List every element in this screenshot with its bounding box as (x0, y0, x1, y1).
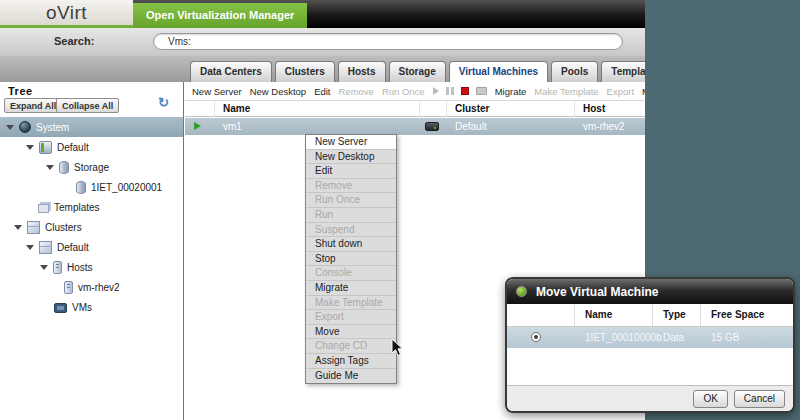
menu-item-change-cd[interactable]: Change CD (306, 339, 396, 354)
cluster-icon (39, 241, 52, 254)
menu-item-run-once[interactable]: Run Once (306, 193, 396, 208)
menu-item-suspend[interactable]: Suspend (306, 223, 396, 238)
radio-selected-icon[interactable] (531, 332, 541, 342)
tree-item-hosts[interactable]: Hosts (0, 257, 183, 277)
vm-host-cell: vm-rhev2 (575, 118, 625, 135)
clusters-icon (27, 221, 40, 234)
edit-button[interactable]: Edit (314, 86, 330, 97)
tree-item-default-dc[interactable]: Default (0, 137, 183, 157)
tree-item-host-vm-rhev2[interactable]: vm-rhev2 (0, 277, 183, 297)
tree-panel: Tree Expand All Collapse All ↻ System De… (0, 82, 184, 420)
menu-item-console[interactable]: Console (306, 266, 396, 281)
expander-icon[interactable] (40, 265, 48, 270)
menu-item-export[interactable]: Export (306, 310, 396, 325)
menu-item-remove[interactable]: Remove (306, 179, 396, 194)
tab-hosts[interactable]: Hosts (338, 61, 386, 82)
ovirt-logo: oVirt (0, 0, 133, 25)
migrate-button[interactable]: Migrate (495, 86, 527, 97)
menu-item-move[interactable]: Move (306, 325, 396, 340)
tree-panel-title: Tree (8, 85, 33, 97)
tree-item-templates[interactable]: Templates (0, 197, 183, 217)
toolbar-icon-group (433, 87, 487, 95)
expander-icon[interactable] (26, 245, 34, 250)
host-column-header[interactable]: Host (575, 101, 645, 117)
tree-item-vms[interactable]: VMs (0, 297, 183, 317)
move-button[interactable]: Move (642, 86, 645, 97)
make-template-button[interactable]: Make Template (534, 86, 598, 97)
search-input[interactable] (153, 33, 623, 50)
dialog-type-column-header: Type (653, 304, 701, 326)
dialog-footer: OK Cancel (507, 385, 793, 411)
cluster-column-header[interactable]: Cluster (447, 101, 575, 117)
menu-item-guide-me[interactable]: Guide Me (306, 369, 396, 384)
tab-templates[interactable]: Templates (601, 61, 645, 82)
system-icon (19, 121, 31, 133)
export-button[interactable]: Export (607, 86, 634, 97)
name-column-header[interactable]: Name (215, 101, 420, 117)
console-column-header (420, 101, 447, 117)
vm-table-row-vm1[interactable]: vm1 Default vm-rhev2 (185, 118, 645, 135)
menu-item-shut-down[interactable]: Shut down (306, 237, 396, 252)
hosts-icon (53, 261, 62, 274)
tree-item-default-cluster[interactable]: Default (0, 237, 183, 257)
new-desktop-button[interactable]: New Desktop (250, 86, 307, 97)
run-once-button[interactable]: Run Once (382, 86, 425, 97)
dialog-header[interactable]: Move Virtual Machine (507, 279, 793, 304)
ovirt-logo-text: oVirt (46, 2, 87, 24)
expand-all-button[interactable]: Expand All (4, 98, 62, 113)
menu-item-edit[interactable]: Edit (306, 164, 396, 179)
tab-virtual-machines[interactable]: Virtual Machines (449, 61, 548, 82)
tree-item-system[interactable]: System (0, 117, 183, 137)
collapse-all-button[interactable]: Collapse All (56, 98, 119, 113)
cancel-button[interactable]: Cancel (734, 390, 785, 408)
dialog-name-column-header: Name (575, 304, 653, 326)
expander-icon[interactable] (14, 225, 22, 230)
main-tab-bar: Data Centers Clusters Hosts Storage Virt… (0, 56, 645, 82)
dialog-icon (516, 286, 527, 297)
menu-item-make-template[interactable]: Make Template (306, 296, 396, 311)
tab-data-centers[interactable]: Data Centers (190, 61, 272, 82)
menu-item-new-server[interactable]: New Server (306, 135, 396, 150)
storage-icon (59, 161, 69, 174)
status-column-header (185, 101, 215, 117)
expander-icon[interactable] (6, 125, 14, 130)
vm-context-menu: New Server New Desktop Edit Remove Run O… (305, 134, 397, 384)
move-vm-dialog: Move Virtual Machine Name Type Free Spac… (505, 277, 795, 413)
tab-pools[interactable]: Pools (551, 61, 598, 82)
stop-icon[interactable] (461, 87, 469, 95)
storage-domain-type-cell: Data (663, 327, 684, 348)
storage-domain-name-cell: 1IET_00010000b (585, 327, 662, 348)
mouse-cursor (391, 338, 404, 357)
ok-button[interactable]: OK (693, 390, 727, 408)
expander-icon[interactable] (46, 165, 54, 170)
menu-item-migrate[interactable]: Migrate (306, 281, 396, 296)
vm-cluster-cell: Default (447, 118, 487, 135)
templates-icon (38, 204, 49, 213)
host-icon (64, 281, 73, 294)
menu-item-run[interactable]: Run (306, 208, 396, 223)
remove-button[interactable]: Remove (339, 86, 374, 97)
refresh-icon[interactable]: ↻ (158, 95, 169, 110)
vm-name-cell: vm1 (215, 118, 242, 135)
dialog-title: Move Virtual Machine (536, 285, 658, 299)
storage-domain-free-space-cell: 15 GB (711, 327, 739, 348)
storage-domain-row[interactable]: 1IET_00010000b Data 15 GB (507, 327, 793, 348)
status-up-icon (194, 122, 201, 130)
tab-storage[interactable]: Storage (389, 61, 446, 82)
menu-item-new-desktop[interactable]: New Desktop (306, 150, 396, 165)
select-column-header (507, 304, 575, 326)
tree-item-clusters[interactable]: Clusters (0, 217, 183, 237)
tree-item-storage[interactable]: Storage (0, 157, 183, 177)
expander-icon[interactable] (26, 145, 34, 150)
run-icon[interactable] (433, 87, 439, 95)
vm-console-icon (425, 122, 439, 131)
console-icon[interactable] (476, 87, 487, 95)
dialog-table-header: Name Type Free Space (507, 304, 793, 327)
suspend-icon[interactable] (446, 87, 454, 95)
menu-item-stop[interactable]: Stop (306, 252, 396, 267)
new-server-button[interactable]: New Server (192, 86, 242, 97)
product-badge: Open Virtualization Manager (133, 3, 307, 28)
tab-clusters[interactable]: Clusters (275, 61, 335, 82)
tree-item-storage-domain[interactable]: 1IET_00020001 (0, 177, 183, 197)
menu-item-assign-tags[interactable]: Assign Tags (306, 354, 396, 369)
